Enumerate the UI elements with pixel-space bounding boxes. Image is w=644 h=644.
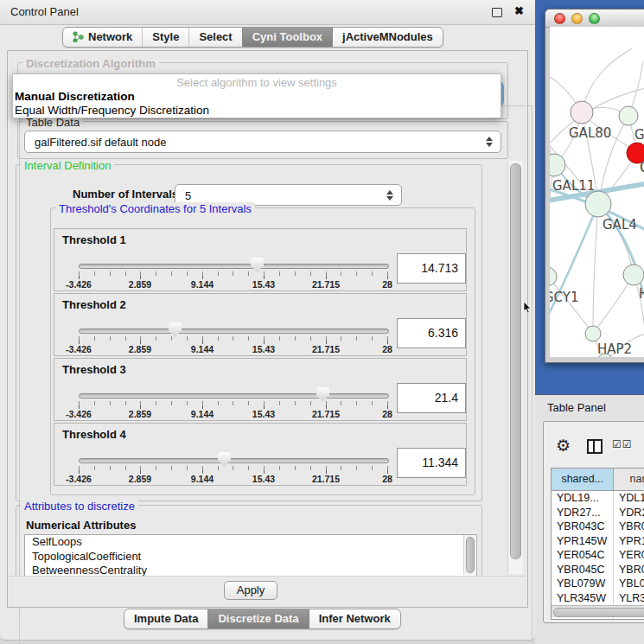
network-icon	[73, 31, 84, 42]
apply-button[interactable]: Apply	[224, 581, 277, 600]
attributes-group-label: Attributes to discretize	[21, 500, 138, 513]
network-graph: GAL80 GA GAL11 C GAL4 GCY1 H HAP2	[550, 27, 644, 357]
tick-label: 28	[382, 474, 392, 484]
threshold-1-label: Threshold 1	[62, 233, 126, 246]
panel-vertical-scrollbar[interactable]	[507, 161, 523, 574]
control-panel-tabs: Network Style Select Cyni Toolbox jActiv…	[62, 27, 443, 48]
table-row[interactable]: YBR045CYBR04	[552, 563, 644, 577]
label-hap2: HAP2	[597, 341, 632, 357]
column-header-name[interactable]: name	[614, 469, 644, 490]
tab-select[interactable]: Select	[188, 28, 241, 47]
table-horizontal-scrollbar[interactable]	[552, 605, 644, 617]
close-traffic-light[interactable]	[554, 13, 565, 24]
cell-shared: YBL079W	[552, 577, 614, 591]
label-gal80: GAL80	[569, 125, 611, 141]
thresholds-group-label: Threshold's Coordinates for 5 Intervals	[55, 202, 255, 215]
select-columns-icon[interactable]: ☑☑	[612, 438, 633, 450]
algorithm-dropdown-popup: Select algorithm to view settings Manual…	[12, 73, 501, 118]
node-gal80[interactable]	[571, 101, 593, 124]
column-header-shared-name[interactable]: shared...	[552, 469, 614, 490]
table-row[interactable]: YLR345WYLR34	[552, 591, 644, 606]
label-gcy1: GCY1	[550, 290, 579, 305]
tick-label: -3.426	[66, 279, 92, 290]
network-canvas[interactable]: GAL80 GA GAL11 C GAL4 GCY1 H HAP2	[550, 27, 644, 357]
threshold-1-value-field[interactable]: 14.713	[397, 253, 466, 284]
table-row[interactable]: YDR27...YDR27	[552, 506, 644, 520]
threshold-4-value-field[interactable]: 11.344	[397, 448, 466, 478]
threshold-3-label: Threshold 3	[62, 363, 126, 376]
control-panel-titlebar: Control Panel ✖	[0, 0, 535, 25]
cell-shared: YLR345W	[552, 591, 614, 606]
tick-label: 9.144	[191, 409, 214, 419]
tab-style[interactable]: Style	[142, 28, 188, 47]
cell-shared: YDR27...	[552, 506, 614, 520]
list-item-topologicalcoefficient[interactable]: TopologicalCoefficient	[25, 550, 476, 564]
mouse-cursor	[523, 302, 532, 314]
close-icon[interactable]: ✖	[514, 4, 524, 18]
float-window-icon[interactable]	[492, 8, 502, 17]
threshold-2-slider-track[interactable]	[79, 328, 389, 334]
tick-label: 15.43	[252, 279, 275, 290]
tab-jactivemnodules[interactable]: jActiveMNodules	[332, 28, 443, 47]
zoom-traffic-light[interactable]	[589, 13, 600, 24]
table-row[interactable]: YPR145WYPR14	[552, 534, 644, 549]
tab-network[interactable]: Network	[63, 28, 142, 47]
slider-ticks	[79, 401, 388, 409]
node-gal4[interactable]	[585, 191, 611, 217]
node-hap2[interactable]	[585, 326, 601, 341]
table-row[interactable]: YER054CYER05	[552, 548, 644, 563]
split-columns-icon[interactable]	[587, 439, 603, 454]
table-row[interactable]: YBR043CYBR04	[552, 520, 644, 534]
attributes-list-scrollbar[interactable]	[463, 535, 475, 575]
tab-style-label: Style	[152, 30, 179, 43]
node-h[interactable]	[623, 265, 644, 285]
popup-option-manual-discretization[interactable]: Manual Discretization	[13, 90, 501, 104]
tab-discretize-data-label: Discretize Data	[218, 612, 298, 625]
tick-label: 15.43	[252, 344, 275, 354]
node-pale-green[interactable]	[619, 106, 638, 125]
cell-name: YER05	[614, 548, 644, 563]
numerical-attributes-label: Numerical Attributes	[22, 519, 139, 532]
cell-shared: YDL19...	[552, 491, 614, 506]
table-row[interactable]: YDL19...YDL19	[552, 491, 644, 506]
minimize-traffic-light[interactable]	[571, 13, 583, 24]
threshold-3-slider-track[interactable]	[79, 393, 389, 399]
threshold-4-slider-track[interactable]	[79, 458, 389, 463]
threshold-1-slider-track[interactable]	[79, 264, 389, 269]
tab-impute-data-label: Impute Data	[134, 612, 198, 625]
threshold-2-slider-thumb[interactable]	[169, 322, 182, 337]
node-attribute-table[interactable]: shared... name YDL19...YDL19 YDR27...YDR…	[551, 468, 644, 620]
threshold-3-value-field[interactable]: 21.4	[397, 383, 466, 413]
tab-infer-network[interactable]: Infer Network	[309, 609, 400, 628]
table-data-combobox[interactable]: galFiltered.sif default node	[24, 131, 501, 153]
table-panel-title: Table Panel	[547, 401, 606, 414]
popup-option-equal-width-frequency[interactable]: Equal Width/Frequency Discretization	[13, 104, 501, 118]
tab-cyni-toolbox[interactable]: Cyni Toolbox	[242, 28, 332, 47]
window-title: Control Panel	[10, 5, 79, 18]
threshold-2-value-field[interactable]: 6.316	[397, 318, 466, 348]
apply-row: Apply	[8, 576, 526, 606]
node-gal11[interactable]	[550, 154, 565, 176]
cyni-bottom-tabs: Impute Data Discretize Data Infer Networ…	[124, 609, 401, 629]
threshold-4-slider-thumb[interactable]	[218, 452, 231, 467]
list-item-selfloops[interactable]: SelfLoops	[25, 535, 476, 550]
tick-label: 2.859	[129, 344, 151, 354]
threshold-3-slider-thumb[interactable]	[316, 387, 329, 402]
tick-label: 9.144	[191, 279, 214, 290]
tab-impute-data[interactable]: Impute Data	[124, 609, 207, 628]
node-gcy1[interactable]	[550, 267, 557, 286]
tick-label: 28	[382, 279, 392, 290]
cell-name: YBL07	[614, 577, 644, 591]
threshold-1-slider-thumb[interactable]	[251, 258, 264, 272]
tick-label: 21.715	[312, 344, 340, 354]
tick-label: 9.144	[191, 344, 214, 354]
tab-discretize-data[interactable]: Discretize Data	[207, 609, 308, 628]
combo-arrows-icon	[486, 137, 493, 147]
table-row[interactable]: YBL079WYBL07	[552, 577, 644, 591]
cell-shared: YBR043C	[552, 520, 614, 534]
label-partial-h: H	[639, 286, 644, 302]
cell-shared: YPR145W	[552, 534, 614, 549]
label-partial-g: GA	[634, 127, 644, 143]
gear-icon[interactable]: ⚙	[556, 437, 571, 454]
numerical-attributes-list[interactable]: SelfLoops TopologicalCoefficient Between…	[24, 534, 477, 577]
